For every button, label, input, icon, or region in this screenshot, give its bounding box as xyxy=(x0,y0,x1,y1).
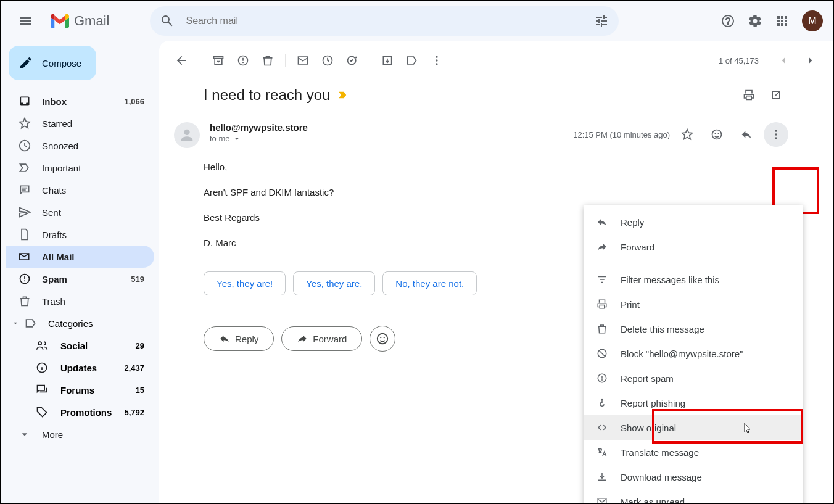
labels-button[interactable] xyxy=(400,48,424,73)
sidebar-item-spam[interactable]: Spam 519 xyxy=(6,268,154,290)
apps-button[interactable] xyxy=(770,9,795,33)
sidebar-item-chats[interactable]: Chats xyxy=(6,179,154,201)
support-button[interactable] xyxy=(716,9,740,33)
forward-icon xyxy=(297,333,308,344)
menu-item-delete[interactable]: Delete this message xyxy=(584,316,803,341)
menu-item-block[interactable]: Block "hello@mywpsite.store" xyxy=(584,341,803,366)
file-icon xyxy=(19,228,31,241)
search-button[interactable] xyxy=(154,7,181,35)
moveto-icon xyxy=(381,54,394,67)
mark-unread-button[interactable] xyxy=(291,48,315,73)
svg-point-21 xyxy=(601,379,603,381)
trash-icon xyxy=(262,54,274,67)
sidebar-item-updates[interactable]: Updates 2,437 xyxy=(6,357,159,379)
open-in-new-icon xyxy=(770,89,782,101)
chevron-right-icon xyxy=(804,54,817,67)
sidebar-item-important[interactable]: Important xyxy=(6,157,154,179)
delete-button[interactable] xyxy=(255,48,280,73)
settings-button[interactable] xyxy=(743,9,767,33)
archive-button[interactable] xyxy=(206,48,231,73)
svg-point-18 xyxy=(384,337,385,338)
gmail-logo[interactable]: Gmail xyxy=(46,13,114,29)
chevron-down-icon xyxy=(9,319,22,328)
mail-icon xyxy=(297,54,309,67)
menu-item-report-spam[interactable]: Report spam xyxy=(584,366,803,390)
sidebar-item-sent[interactable]: Sent xyxy=(6,201,154,223)
open-window-button[interactable] xyxy=(764,83,788,107)
sidebar-item-allmail[interactable]: All Mail xyxy=(6,246,154,268)
recipient-toggle[interactable]: to me xyxy=(210,134,563,143)
task-icon xyxy=(346,54,358,67)
menu-item-report-phishing[interactable]: Report phishing xyxy=(584,390,803,415)
older-button[interactable] xyxy=(798,48,823,73)
emoji-icon xyxy=(711,128,723,141)
menu-item-download[interactable]: Download message xyxy=(584,465,803,489)
move-to-button[interactable] xyxy=(375,48,400,73)
snooze-button[interactable] xyxy=(315,48,340,73)
sidebar-item-drafts[interactable]: Drafts xyxy=(6,223,154,246)
menu-item-filter[interactable]: Filter messages like this xyxy=(584,267,803,292)
smart-reply-1[interactable]: Yes, they are! xyxy=(204,271,286,295)
chat-icon xyxy=(19,184,31,196)
sender-avatar[interactable] xyxy=(174,122,200,148)
star-icon xyxy=(19,117,31,130)
svg-point-10 xyxy=(712,130,722,139)
main-menu-button[interactable] xyxy=(11,6,41,36)
forward-button[interactable]: Forward xyxy=(281,326,362,351)
chevron-down-icon xyxy=(233,134,241,143)
search-input[interactable] xyxy=(181,15,588,27)
reply-button[interactable]: Reply xyxy=(204,326,274,351)
svg-point-17 xyxy=(381,337,382,338)
message-toolbar: 1 of 45,173 xyxy=(159,46,833,75)
menu-item-forward[interactable]: Forward xyxy=(584,234,803,259)
clock-icon xyxy=(19,139,31,152)
sidebar-item-more[interactable]: More xyxy=(6,423,154,445)
spam-icon xyxy=(596,373,608,384)
svg-point-12 xyxy=(718,133,719,134)
menu-item-print[interactable]: Print xyxy=(584,292,803,316)
newer-button[interactable] xyxy=(771,48,796,73)
clock-icon xyxy=(321,54,334,67)
svg-point-8 xyxy=(436,59,437,61)
report-spam-button[interactable] xyxy=(231,48,255,73)
important-marker-icon[interactable] xyxy=(337,89,349,101)
print-button[interactable] xyxy=(737,83,761,107)
gear-icon xyxy=(748,14,762,28)
sidebar-item-trash[interactable]: Trash xyxy=(6,290,154,312)
search-options-button[interactable] xyxy=(588,7,615,35)
menu-item-translate[interactable]: Translate message xyxy=(584,440,803,465)
star-button[interactable] xyxy=(675,122,700,147)
message-more-button[interactable] xyxy=(764,122,788,147)
menu-item-mark-unread[interactable]: Mark as unread xyxy=(584,489,803,504)
email-timestamp: 12:15 PM (10 minutes ago) xyxy=(573,130,670,139)
sidebar-item-snoozed[interactable]: Snoozed xyxy=(6,134,154,157)
svg-point-11 xyxy=(715,133,716,134)
reply-icon-button[interactable] xyxy=(734,122,759,147)
help-icon xyxy=(720,14,735,28)
add-task-button[interactable] xyxy=(340,48,365,73)
smart-reply-3[interactable]: No, they are not. xyxy=(382,271,477,295)
compose-button[interactable]: Compose xyxy=(9,46,96,80)
sidebar-item-starred[interactable]: Starred xyxy=(6,112,154,134)
menu-item-reply[interactable]: Reply xyxy=(584,210,803,234)
react-button[interactable] xyxy=(704,122,729,147)
gmail-icon xyxy=(51,14,69,28)
emoji-reaction-button[interactable] xyxy=(370,326,395,352)
smart-reply-2[interactable]: Yes, they are. xyxy=(293,271,375,295)
star-icon xyxy=(681,128,693,141)
sidebar: Compose Inbox 1,066 Starred Snoozed Impo… xyxy=(1,41,159,503)
svg-point-13 xyxy=(775,130,777,132)
sidebar-item-social[interactable]: Social 29 xyxy=(6,334,159,357)
more-toolbar-button[interactable] xyxy=(424,48,449,73)
back-button[interactable] xyxy=(169,48,194,73)
menu-item-show-original[interactable]: Show original xyxy=(584,415,803,440)
sidebar-item-categories[interactable]: Categories xyxy=(6,312,159,334)
svg-point-7 xyxy=(436,56,437,58)
sidebar-item-forums[interactable]: Forums 15 xyxy=(6,379,159,401)
reply-icon xyxy=(219,333,230,344)
search-bar[interactable] xyxy=(150,6,619,36)
sidebar-item-promotions[interactable]: Promotions 5,792 xyxy=(6,401,159,423)
sidebar-item-inbox[interactable]: Inbox 1,066 xyxy=(6,90,154,112)
reply-icon xyxy=(596,217,608,228)
account-avatar[interactable]: M xyxy=(802,10,823,31)
